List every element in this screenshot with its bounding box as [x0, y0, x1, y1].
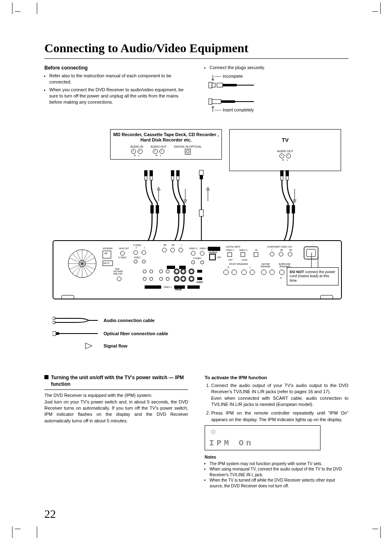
svg-line-203: [214, 430, 215, 431]
svg-text:TV/LINE: TV/LINE: [188, 286, 196, 288]
svg-rect-194: [56, 332, 59, 335]
svg-rect-190: [53, 321, 55, 324]
before-list: Refer also to the instruction manual of …: [44, 73, 188, 105]
svg-point-118: [190, 270, 193, 273]
svg-text:1: 1: [144, 246, 145, 249]
svg-text:VIDEO: VIDEO: [134, 256, 141, 259]
svg-rect-15: [217, 83, 223, 87]
svg-rect-14: [212, 83, 215, 87]
svg-text:Insert completely: Insert completely: [223, 108, 254, 112]
svg-text:S VIDEO: S VIDEO: [118, 256, 127, 259]
svg-text:R: R: [280, 277, 282, 279]
step-1: Connect the audio output of your TV's au…: [211, 382, 348, 408]
svg-point-129: [117, 277, 121, 281]
svg-point-86: [134, 250, 138, 255]
note-item: When the TV is turned off while the DVD …: [210, 477, 348, 489]
svg-text:COAX: COAX: [242, 259, 248, 261]
svg-rect-16: [223, 84, 237, 86]
svg-rect-54: [200, 175, 203, 179]
svg-point-113: [166, 277, 169, 280]
svg-text:R: R: [228, 266, 229, 269]
step-2: Press IPM on the remote controller repea…: [211, 410, 348, 423]
svg-rect-40: [150, 176, 152, 180]
legend-optical-label: Optical fiber connection cable: [104, 331, 168, 336]
warning-bold: DO NOT: [290, 270, 304, 274]
svg-point-159: [250, 270, 255, 275]
page-number: 22: [44, 508, 56, 521]
svg-rect-55: [199, 210, 203, 216]
svg-text:VIDEO 2: VIDEO 2: [189, 247, 197, 250]
svg-rect-188: [53, 317, 55, 320]
svg-text:Incomplete: Incomplete: [223, 75, 243, 79]
svg-point-81: [120, 251, 125, 255]
svg-text:VIDEO 1: VIDEO 1: [164, 286, 172, 288]
svg-point-135: [191, 261, 195, 264]
svg-text:PR: PR: [172, 244, 175, 246]
svg-point-174: [288, 252, 292, 256]
svg-text:PRE OUT: PRE OUT: [113, 273, 122, 275]
svg-point-114: [175, 270, 178, 273]
svg-text:L: L: [199, 270, 200, 273]
plug-diagram: Incomplete Insert completely: [205, 75, 287, 116]
svg-rect-53: [199, 170, 203, 175]
legend: Audio connection cable Optical fiber con…: [53, 316, 168, 354]
svg-point-116: [175, 277, 178, 280]
plug-lead: Connect the plugs securely.: [205, 65, 348, 71]
svg-rect-193: [53, 331, 56, 336]
svg-point-173: [279, 252, 283, 256]
svg-point-117: [182, 277, 185, 280]
svg-rect-57: [280, 170, 284, 176]
svg-text:PR: PR: [289, 249, 292, 251]
svg-point-158: [242, 270, 247, 275]
display-box: IPM On: [205, 425, 321, 450]
svg-point-87: [142, 250, 146, 255]
ipm-heading-text: Turning the unit on/off with the TV's po…: [51, 374, 188, 388]
svg-text:2: 2: [136, 246, 137, 249]
svg-text:AM: AM: [104, 252, 108, 255]
svg-point-119: [190, 277, 193, 280]
plug-lead-item: Connect the plugs securely.: [210, 65, 348, 71]
notes-heading: Notes: [205, 454, 348, 460]
svg-point-160: [261, 270, 266, 275]
svg-rect-25: [212, 100, 221, 104]
svg-rect-60: [286, 176, 288, 180]
svg-text:S VIDEO: S VIDEO: [133, 244, 141, 246]
svg-rect-39: [145, 176, 147, 180]
svg-text:FRONT SPEAKERS: FRONT SPEAKERS: [229, 263, 248, 265]
signal-flow-icon: [53, 342, 98, 350]
svg-point-161: [270, 270, 274, 275]
svg-text:VIDEO 1: VIDEO 1: [226, 249, 234, 251]
svg-text:PB: PB: [280, 249, 283, 251]
svg-rect-41: [150, 205, 154, 213]
svg-rect-13: [209, 82, 212, 88]
svg-point-107: [150, 270, 153, 273]
svg-text:Y: Y: [271, 249, 273, 251]
svg-point-196: [212, 431, 214, 433]
svg-point-132: [191, 251, 195, 255]
audio-cable-icon: [53, 316, 98, 325]
svg-point-162: [279, 270, 284, 275]
ipm-body: The DVD Receiver is equipped with the (I…: [44, 392, 188, 424]
svg-text:CD: CD: [255, 249, 258, 251]
note-item: When using monaural TV, connect the audi…: [210, 466, 348, 477]
svg-text:OPT: OPT: [217, 256, 221, 259]
svg-rect-45: [171, 170, 174, 176]
svg-text:ANTENNA: ANTENNA: [103, 247, 113, 250]
svg-text:OUTPUT: OUTPUT: [209, 251, 217, 254]
optical-cable-icon: [53, 329, 98, 338]
svg-text:MON OUT: MON OUT: [119, 247, 129, 250]
svg-text:DIGITAL: DIGITAL: [209, 248, 217, 250]
svg-line-202: [214, 433, 215, 434]
svg-rect-26: [221, 100, 235, 103]
svg-text:VIDEO (COMPO): VIDEO (COMPO): [145, 286, 162, 288]
svg-rect-42: [156, 205, 159, 213]
svg-text:L: L: [250, 266, 251, 269]
page-title: Connecting to Audio/Video Equipment: [44, 41, 348, 55]
svg-rect-48: [177, 176, 179, 180]
svg-text:TAPE: TAPE: [175, 285, 180, 288]
svg-text:SPEAKER: SPEAKER: [261, 265, 270, 268]
svg-text:AUDIO: AUDIO: [196, 281, 203, 283]
title-rule: [44, 58, 348, 59]
svg-text:S VIDEO: S VIDEO: [193, 257, 201, 260]
ipm-heading: Turning the unit on/off with the TV's po…: [44, 374, 188, 390]
